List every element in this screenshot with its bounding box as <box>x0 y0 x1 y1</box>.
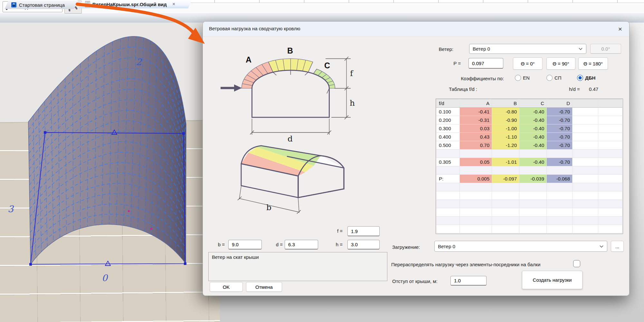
table-row[interactable] <box>436 166 622 175</box>
table-row[interactable]: 0.3050.05-1.01-0.40-0.70 <box>436 158 622 166</box>
table-row[interactable] <box>436 191 622 200</box>
vaulted-building-sketch: b <box>235 144 371 220</box>
radio-sp[interactable]: СП <box>546 75 562 81</box>
wind-angle-field <box>590 44 621 54</box>
loadcase-more-button[interactable]: ... <box>611 241 624 252</box>
coeffs-label: Коэффициенты по: <box>440 76 504 81</box>
radio-en[interactable]: EN <box>515 75 530 81</box>
zone-a-label: A <box>246 55 251 64</box>
chevron-down-icon <box>578 47 583 50</box>
b-input[interactable] <box>228 240 262 249</box>
offset-input[interactable] <box>450 276 487 286</box>
axis-label-3: 3 <box>8 204 14 214</box>
radio-dbn[interactable]: ДБН <box>577 75 595 81</box>
table-row[interactable]: 0.100-0.41-0.80-0.40-0.70 <box>436 108 622 116</box>
table-row[interactable]: 0.4000.43-1.10-0.40-0.70 <box>436 133 622 141</box>
tab-close-icon[interactable]: × <box>172 1 175 7</box>
hd-value: 0.47 <box>589 86 598 92</box>
loadcase-select-value: Ветер 0 <box>438 244 599 249</box>
tab-model-view[interactable]: ВетерНаКрыши.spr.Общий вид × <box>79 0 192 8</box>
axis-label-0: 0 <box>102 273 108 283</box>
dialog-close-button[interactable]: × <box>614 24 626 34</box>
loadcase-label: Загружение: <box>392 244 420 250</box>
theta-180-button[interactable]: Θ = 180° <box>578 57 608 70</box>
p-label: P = <box>435 61 461 66</box>
radio-checked-icon <box>577 75 583 81</box>
theta-0-button[interactable]: Θ = 0° <box>513 57 543 70</box>
fd-table: f/dABCD0.100-0.41-0.80-0.40-0.700.200-0.… <box>436 99 622 233</box>
table-row[interactable] <box>436 217 622 225</box>
create-loads-button[interactable]: Создать нагрузки <box>522 271 582 289</box>
start-page-icon <box>11 2 17 8</box>
vaulted-shell-3d-view[interactable]: 2 3 0 <box>6 29 200 287</box>
comment-textarea[interactable]: Ветер на скат крыши <box>208 252 387 281</box>
application-window: Сводчатая Стартовая страница ВетерНаКрыш… <box>0 0 644 322</box>
b-label: b = <box>209 242 225 247</box>
table-row[interactable] <box>436 200 622 208</box>
table-row[interactable] <box>436 208 622 217</box>
wind-label: Ветер: <box>428 46 453 52</box>
table-row[interactable]: 0.3000.03-1.00-0.40-0.70 <box>436 124 622 133</box>
document-icon <box>85 1 90 7</box>
dialog-title: Ветровая нагрузка на сводчатую кровлю <box>209 26 300 31</box>
ok-button[interactable]: OK <box>210 282 243 292</box>
f-label: f = <box>327 228 343 234</box>
p-input[interactable] <box>469 58 503 69</box>
offset-label: Отступ от крыши, м: <box>392 278 438 284</box>
dim-d-label: d <box>288 134 293 143</box>
f-input[interactable] <box>347 226 380 236</box>
theta-90-button[interactable]: Θ = 90° <box>546 57 575 70</box>
wind-select-value: Ветер 0 <box>473 46 578 52</box>
hd-label: h/d = <box>569 86 580 92</box>
loadcase-select[interactable]: Ветер 0 <box>434 241 607 252</box>
table-row[interactable]: 0.5000.70-1.20-0.40-0.70 <box>436 141 622 150</box>
table-row[interactable]: P:0.005-0.097-0.039-0.068 <box>436 175 622 183</box>
redistribute-label: Перераспределять нагрузку через элементы… <box>391 262 572 267</box>
chevron-down-icon <box>599 245 604 248</box>
radio-icon <box>546 75 553 81</box>
shell-surface[interactable] <box>28 36 186 264</box>
h-label: h = <box>327 242 343 247</box>
tab-label: ВетерНаКрыши.spr.Общий вид <box>92 2 167 7</box>
tab-start-page[interactable]: Стартовая страница <box>5 1 78 9</box>
wind-load-dialog: Ветровая нагрузка на сводчатую кровлю × <box>203 21 630 296</box>
fd-table-wrapper: f/dABCD0.100-0.41-0.80-0.40-0.700.200-0.… <box>436 99 623 234</box>
h-input[interactable] <box>347 240 380 249</box>
d-input[interactable] <box>285 240 318 249</box>
dim-b-label: b <box>266 203 271 212</box>
table-row[interactable]: 0.200-0.31-0.90-0.40-0.70 <box>436 116 622 124</box>
tab-label: Стартовая страница <box>19 2 65 8</box>
redistribute-checkbox[interactable] <box>573 260 580 267</box>
table-row[interactable] <box>436 150 622 158</box>
arch-section-diagram: A B C f h d <box>216 41 367 147</box>
dim-h-label: h <box>350 98 355 108</box>
cancel-button[interactable]: Отмена <box>246 282 282 292</box>
zone-b-label: B <box>287 46 293 55</box>
table-caption: Таблица f/d : <box>449 86 477 92</box>
dim-f-label: f <box>350 69 354 78</box>
wind-select[interactable]: Ветер 0 <box>469 44 586 54</box>
table-row[interactable] <box>436 183 622 191</box>
axis-label-2: 2 <box>136 57 142 67</box>
radio-icon <box>515 75 521 81</box>
zone-c-label: C <box>324 61 330 70</box>
d-label: d = <box>267 242 283 247</box>
wind-direction-arrow <box>221 84 242 92</box>
table-row[interactable] <box>436 225 622 233</box>
